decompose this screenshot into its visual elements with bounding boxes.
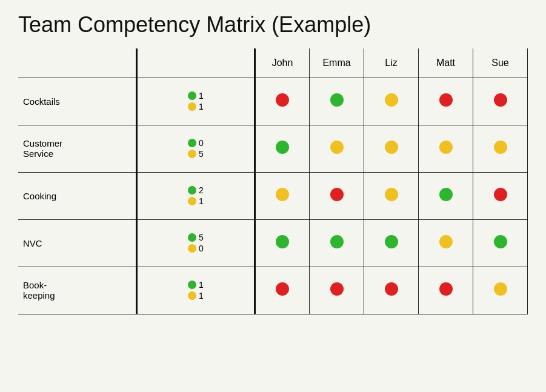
skill-label: NVC xyxy=(18,219,136,267)
cell-1-2 xyxy=(364,125,419,172)
dot-yellow xyxy=(330,141,344,154)
dot-yellow xyxy=(385,188,398,201)
dot-red xyxy=(439,93,453,107)
summary-cell: 1 1 xyxy=(136,78,255,125)
dot-red xyxy=(276,93,289,107)
table-row: NVC 5 0 xyxy=(18,219,528,267)
cell-0-4 xyxy=(473,78,528,125)
dot-red xyxy=(330,282,344,296)
dot-green xyxy=(276,235,289,248)
dot-yellow xyxy=(439,141,453,154)
header-summary-empty xyxy=(136,48,255,78)
dot-red xyxy=(330,188,344,201)
dot-yellow xyxy=(385,141,398,154)
dot-red xyxy=(494,188,507,201)
dot-green xyxy=(385,235,398,248)
dot-green xyxy=(494,235,507,248)
cell-2-3 xyxy=(419,172,473,219)
dot-green xyxy=(330,235,344,248)
header-matt: Matt xyxy=(419,48,473,78)
cell-1-3 xyxy=(419,125,473,172)
cell-4-3 xyxy=(419,267,473,314)
cell-2-4 xyxy=(473,172,528,219)
page-title: Team Competency Matrix (Example) xyxy=(18,12,528,38)
skill-label: Cooking xyxy=(18,172,136,219)
summary-cell: 1 1 xyxy=(136,267,255,314)
dot-green xyxy=(330,93,344,107)
cell-0-3 xyxy=(419,78,473,125)
cell-3-0 xyxy=(255,219,310,267)
header-emma: Emma xyxy=(310,48,364,78)
cell-4-0 xyxy=(255,267,310,314)
skill-label: Cocktails xyxy=(18,78,136,125)
skill-label: Book- keeping xyxy=(18,267,136,314)
header-sue: Sue xyxy=(473,48,528,78)
table-row: Cocktails 1 1 xyxy=(18,78,528,125)
table-row: Customer Service 0 5 xyxy=(18,125,528,172)
cell-4-2 xyxy=(364,267,419,314)
dot-green xyxy=(439,188,453,201)
dot-yellow xyxy=(385,93,398,107)
dot-red xyxy=(276,282,289,296)
matrix-container: John Emma Liz Matt Sue Cocktails 1 1 Cus… xyxy=(18,48,528,380)
header-row: John Emma Liz Matt Sue xyxy=(18,48,528,78)
cell-0-2 xyxy=(364,78,419,125)
cell-3-4 xyxy=(473,219,528,267)
dot-red xyxy=(494,93,507,107)
header-skill-empty xyxy=(18,48,136,78)
cell-2-0 xyxy=(255,172,310,219)
dot-yellow xyxy=(494,141,507,154)
cell-2-1 xyxy=(310,172,364,219)
dot-red xyxy=(439,282,453,296)
dot-red xyxy=(385,282,398,296)
header-liz: Liz xyxy=(364,48,419,78)
cell-4-1 xyxy=(310,267,364,314)
dot-yellow xyxy=(276,188,289,201)
dot-yellow xyxy=(494,282,507,296)
cell-1-1 xyxy=(310,125,364,172)
skill-label: Customer Service xyxy=(18,125,136,172)
cell-3-1 xyxy=(310,219,364,267)
competency-table: John Emma Liz Matt Sue Cocktails 1 1 Cus… xyxy=(18,48,528,314)
cell-4-4 xyxy=(473,267,528,314)
summary-cell: 5 0 xyxy=(136,219,255,267)
cell-1-4 xyxy=(473,125,528,172)
dot-green xyxy=(276,141,289,154)
summary-cell: 0 5 xyxy=(136,125,255,172)
cell-3-2 xyxy=(364,219,419,267)
cell-2-2 xyxy=(364,172,419,219)
table-row: Cooking 2 1 xyxy=(18,172,528,219)
cell-1-0 xyxy=(255,125,310,172)
table-row: Book- keeping 1 1 xyxy=(18,267,528,314)
summary-cell: 2 1 xyxy=(136,172,255,219)
cell-0-0 xyxy=(255,78,310,125)
cell-3-3 xyxy=(419,219,473,267)
cell-0-1 xyxy=(310,78,364,125)
dot-yellow xyxy=(439,235,453,248)
header-john: John xyxy=(255,48,310,78)
